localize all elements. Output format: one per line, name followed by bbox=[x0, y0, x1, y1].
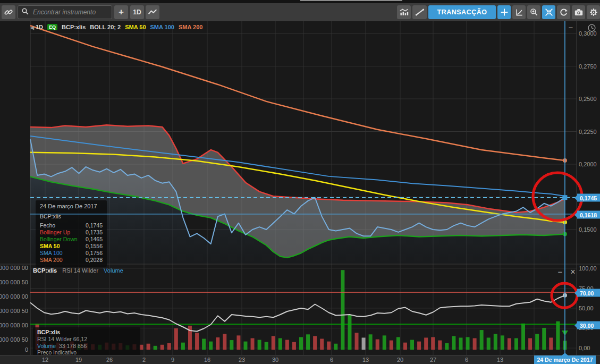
volume-marker-icon bbox=[562, 331, 568, 336]
volume-indicator-label[interactable]: Volume bbox=[104, 267, 123, 274]
volume-axis-label: 00 000 000 bbox=[0, 265, 28, 271]
volume-bar bbox=[202, 338, 206, 350]
volume-bar bbox=[258, 340, 261, 350]
time-axis[interactable]: 121926291623306132027613 bbox=[0, 355, 600, 364]
camera-icon bbox=[574, 9, 583, 16]
price-cursor-tag: 0,1618 bbox=[577, 211, 600, 219]
rsi-end-dot bbox=[563, 293, 567, 298]
line-chart-icon bbox=[148, 8, 157, 16]
volume-bar bbox=[403, 343, 407, 350]
lower-panel-close-button[interactable]: × bbox=[569, 268, 577, 276]
sma50-label[interactable]: SMA 50 bbox=[125, 24, 146, 30]
time-tick-label: 13 bbox=[497, 357, 503, 363]
volume-bar bbox=[563, 341, 567, 350]
rsi-indicator-label[interactable]: RSI 14 Wilder bbox=[62, 267, 98, 274]
price-cursor-tag: 0,1745 bbox=[577, 194, 600, 202]
volume-bar bbox=[334, 344, 337, 350]
refresh-button[interactable] bbox=[557, 5, 570, 19]
curve-icon bbox=[515, 8, 523, 16]
link-button[interactable] bbox=[2, 5, 15, 19]
lower-symbol-label[interactable]: BCP:xlis bbox=[33, 267, 57, 274]
chart-interval-label[interactable]: 1D bbox=[36, 24, 43, 30]
main-chart-minimize-button[interactable]: − bbox=[567, 24, 575, 31]
rsi-axis-label: 50,00 bbox=[579, 305, 594, 311]
rsi-axis-label: 100,00 bbox=[579, 265, 597, 272]
volume-bar bbox=[521, 324, 525, 350]
crosshair-icon bbox=[500, 8, 509, 16]
volume-bar bbox=[251, 338, 255, 350]
drawing-tool-button[interactable] bbox=[412, 5, 427, 19]
rsi-line bbox=[30, 295, 565, 332]
fit-chart-button[interactable] bbox=[542, 5, 555, 19]
zoom-in-button[interactable] bbox=[527, 5, 540, 19]
volume-bar bbox=[306, 334, 310, 350]
crosshair-button[interactable] bbox=[497, 5, 511, 19]
refresh-icon bbox=[560, 8, 568, 16]
volume-bar bbox=[501, 335, 504, 350]
volume-bar bbox=[459, 337, 462, 350]
price-axis-label: 0,2250 bbox=[579, 129, 597, 135]
lower-panel-minimize-button[interactable]: − bbox=[556, 268, 564, 276]
chart-type-button[interactable] bbox=[146, 5, 159, 19]
volume-bar bbox=[209, 342, 213, 350]
sma200-label[interactable]: SMA 200 bbox=[179, 24, 202, 30]
volume-bar bbox=[174, 328, 178, 350]
indicator-button[interactable] bbox=[397, 5, 411, 19]
time-tick-label: 2 bbox=[142, 357, 146, 363]
price-axis-label: 0,2500 bbox=[579, 96, 597, 102]
sma100-label[interactable]: SMA 100 bbox=[150, 24, 174, 30]
volume-bar bbox=[230, 340, 233, 350]
volume-bar bbox=[243, 342, 247, 350]
chart-symbol-label[interactable]: BCP:xlis bbox=[62, 24, 86, 30]
volume-bar bbox=[438, 341, 442, 350]
zoom-in-icon bbox=[530, 8, 538, 16]
volume-bar bbox=[466, 337, 470, 350]
volume-bar bbox=[383, 335, 386, 350]
volume-bar bbox=[278, 338, 282, 350]
search-input[interactable] bbox=[32, 8, 108, 16]
volume-bar bbox=[487, 337, 491, 350]
volume-bar bbox=[424, 337, 428, 350]
tooltip-row: Fecho0,1745 bbox=[40, 222, 103, 229]
volume-bar bbox=[320, 338, 324, 350]
volume-bar bbox=[285, 340, 289, 350]
sma50-end-dot bbox=[563, 220, 567, 224]
rsi-volume-tooltip: BCP:xlis RSI 14 Wilder 66,12 Volume 33 1… bbox=[33, 327, 140, 358]
transaction-button[interactable]: TRANSACÇÃO bbox=[428, 5, 496, 19]
collapse-left-icon[interactable]: ◀ bbox=[30, 25, 34, 30]
instrument-search[interactable] bbox=[18, 5, 112, 19]
trendline-icon bbox=[415, 8, 425, 16]
indicator-chart-icon bbox=[399, 8, 409, 16]
time-tick-label: 13 bbox=[362, 357, 369, 363]
volume-bar bbox=[341, 270, 344, 350]
chart-canvas[interactable] bbox=[0, 21, 600, 355]
snapshot-button[interactable] bbox=[572, 5, 585, 19]
volume-bar bbox=[265, 342, 268, 350]
price-axis-label: 0,2000 bbox=[579, 161, 597, 167]
main-toolbar: + 1D TRANSACÇÃO bbox=[0, 3, 600, 21]
interval-button[interactable]: 1D bbox=[130, 5, 144, 19]
curve-tool-button[interactable] bbox=[512, 5, 526, 19]
price-axis-label: 0,3000 bbox=[579, 30, 597, 37]
rsi-level-tag: 70,00 bbox=[577, 289, 600, 297]
volume-bar bbox=[480, 330, 484, 350]
time-tick-label: 6 bbox=[465, 357, 468, 363]
volume-axis-label: 0 bbox=[0, 346, 28, 353]
tooltip-row: Bollinger Down0,1465 bbox=[40, 236, 103, 243]
tooltip-row: SMA 2000,2028 bbox=[40, 257, 103, 264]
tooltip-date: 24 De março De 2017 bbox=[40, 203, 103, 209]
settings-button[interactable] bbox=[587, 5, 600, 19]
volume-bar bbox=[195, 333, 199, 350]
bollinger-indicator-label[interactable]: BOLL 20; 2 bbox=[90, 24, 121, 30]
tooltip-row: SMA 1000,1756 bbox=[40, 250, 103, 257]
volume-bar bbox=[236, 335, 240, 350]
volume-bar bbox=[514, 338, 518, 350]
time-tick-label: 30 bbox=[272, 357, 278, 363]
main-chart-header: ◀ 1D EQ BCP:xlis BOLL 20; 2 SMA 50 SMA 1… bbox=[30, 24, 202, 30]
chart-series-layer bbox=[0, 21, 600, 355]
add-instrument-button[interactable]: + bbox=[114, 5, 128, 19]
window-top-divider bbox=[300, 0, 402, 1]
volume-bar bbox=[535, 334, 539, 350]
time-tick-label: 19 bbox=[75, 357, 82, 363]
volume-bar bbox=[313, 336, 317, 350]
